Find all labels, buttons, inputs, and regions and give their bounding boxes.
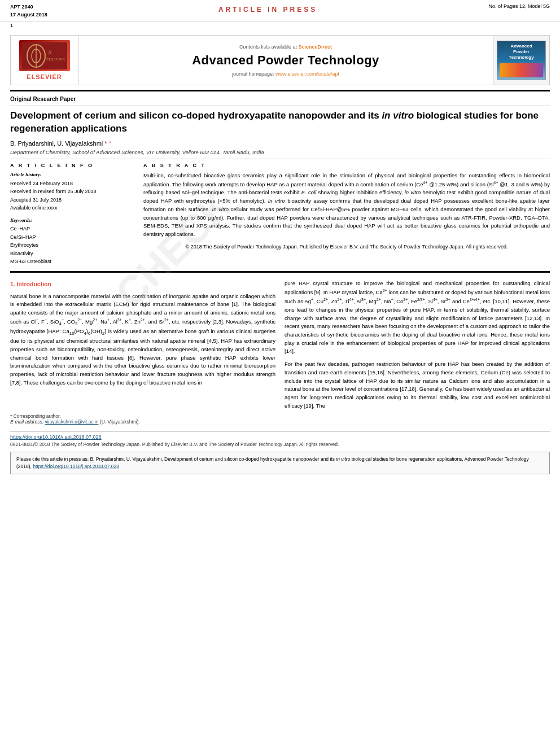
citation-link[interactable]: https://doi.org/10.1016/j.apt.2018.07.02… — [33, 464, 119, 469]
authors: B. Priyadarshini, U. Vijayalakshmi * * — [10, 140, 550, 147]
keyword-2: Ce/Si–HAP — [10, 233, 134, 241]
abstract-copyright: © 2018 The Society of Powder Technology … — [143, 243, 550, 251]
body-section: 1. Introduction Natural bone is a nanoco… — [10, 279, 550, 410]
pages-model: No. of Pages 12, Model 5G — [488, 3, 550, 9]
body-col-left: 1. Introduction Natural bone is a nanoco… — [10, 279, 275, 410]
date: 17 August 2018 — [10, 11, 47, 19]
top-bar: APT 2040 17 August 2018 ARTICLE IN PRESS… — [0, 0, 560, 21]
journal-thumb-area: AdvancedPowderTechnology — [493, 36, 549, 85]
intro-title: 1. Introduction — [10, 279, 275, 289]
body-col-right: pure HAP crystal structure to improve th… — [285, 279, 550, 410]
keyword-5: MG-63 Osteoblast — [10, 257, 134, 265]
article-info-header: A R T I C L E I N F O — [10, 163, 134, 168]
journal-thumb-text: AdvancedPowderTechnology — [509, 43, 533, 61]
article-info-abstract: A R T I C L E I N F O Article history: R… — [10, 163, 550, 266]
apt-number: APT 2040 — [10, 3, 47, 11]
keyword-3: Erythrocytes — [10, 241, 134, 249]
page-footer: https://doi.org/10.1016/j.apt.2018.07.02… — [10, 431, 550, 447]
journal-header: A ELSEVIER ELSEVIER Contents lists avail… — [10, 35, 550, 85]
revised-date: Received in revised form 25 July 2018 — [10, 187, 134, 195]
online-date: Available online xxxx — [10, 204, 134, 212]
article-info-col: A R T I C L E I N F O Article history: R… — [10, 163, 134, 266]
thin-divider-1 — [10, 106, 550, 106]
thin-divider-2 — [10, 159, 550, 159]
intro-para-2: pure HAP crystal structure to improve th… — [285, 279, 550, 356]
affiliation: Department of Chemistry, School of Advan… — [10, 149, 550, 155]
science-direct-line: Contents lists available at ScienceDirec… — [239, 44, 332, 50]
top-bar-left: APT 2040 17 August 2018 — [10, 3, 47, 19]
elsevier-logo-area: A ELSEVIER ELSEVIER — [11, 36, 78, 85]
journal-homepage: journal homepage: www.elsevier.com/locat… — [232, 71, 339, 77]
abstract-col: A B S T R A C T Multi-ion, co-substitute… — [143, 163, 550, 266]
thick-divider — [10, 90, 550, 91]
article-type: Original Research Paper — [10, 96, 550, 102]
abstract-text: Multi-ion, co-substituted bioactive glas… — [143, 172, 550, 239]
email-link[interactable]: vijayalakshmi.u@vit.ac.in — [45, 419, 98, 425]
journal-thumb: AdvancedPowderTechnology — [497, 41, 546, 80]
page-num-top: 1 — [0, 21, 560, 29]
article-title: Development of cerium and silicon co-dop… — [10, 110, 550, 136]
email-address: E-mail address: vijayalakshmi.u@vit.ac.i… — [10, 419, 550, 425]
svg-text:A: A — [48, 49, 52, 55]
doi-link[interactable]: https://doi.org/10.1016/j.apt.2018.07.02… — [10, 434, 550, 440]
science-direct-link[interactable]: ScienceDirect — [299, 44, 333, 50]
received-date: Received 24 February 2018 — [10, 180, 134, 187]
history-label: Article history: — [10, 172, 134, 177]
citation-box: Please cite this article in press as: B.… — [10, 452, 550, 474]
homepage-link[interactable]: www.elsevier.com/locate/apt — [275, 71, 339, 77]
keywords-label: Keywords: — [10, 217, 134, 223]
journal-thumb-graphic — [500, 63, 543, 77]
footnote: * Corresponding author. E-mail address: … — [10, 413, 550, 425]
journal-header-center: Contents lists available at ScienceDirec… — [78, 36, 493, 85]
corresponding-author: * Corresponding author. — [10, 413, 550, 419]
intro-para-1: Natural bone is a nanocomposite material… — [10, 292, 275, 387]
elsevier-label: ELSEVIER — [27, 73, 62, 80]
thick-divider-2 — [10, 271, 550, 273]
intro-para-3: For the past few decades, pathogen restr… — [285, 360, 550, 410]
elsevier-logo-image: A ELSEVIER — [19, 40, 70, 71]
keyword-4: Bioactivity — [10, 250, 134, 257]
article-in-press-banner: ARTICLE IN PRESS — [218, 6, 317, 14]
accepted-date: Accepted 31 July 2018 — [10, 196, 134, 204]
footer-copyright: 0921-8831/© 2018 The Society of Powder T… — [10, 442, 550, 447]
elsevier-logo: A ELSEVIER ELSEVIER — [19, 40, 70, 80]
keywords-section: Keywords: Ce–HAP Ce/Si–HAP Erythrocytes … — [10, 217, 134, 265]
svg-text:ELSEVIER: ELSEVIER — [46, 57, 65, 62]
main-content: Original Research Paper Development of c… — [10, 90, 550, 425]
abstract-header: A B S T R A C T — [143, 163, 550, 168]
keyword-1: Ce–HAP — [10, 225, 134, 233]
journal-title: Advanced Powder Technology — [192, 53, 379, 68]
